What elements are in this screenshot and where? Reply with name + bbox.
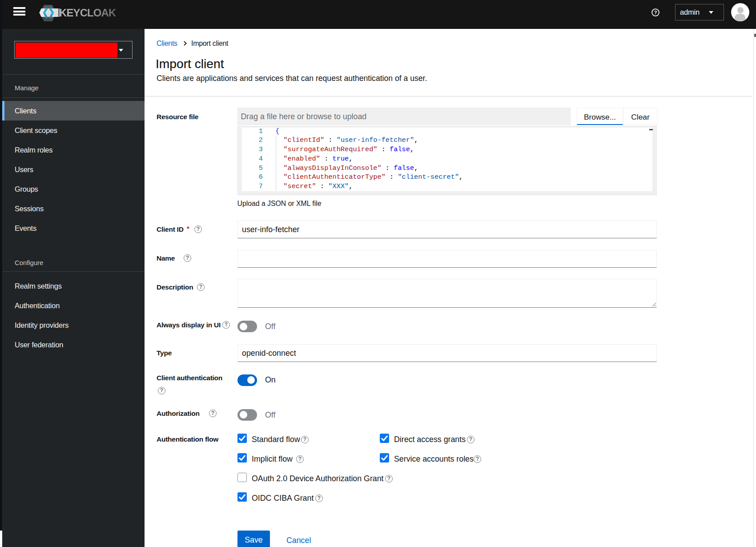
svg-text:?: ? <box>654 10 657 15</box>
